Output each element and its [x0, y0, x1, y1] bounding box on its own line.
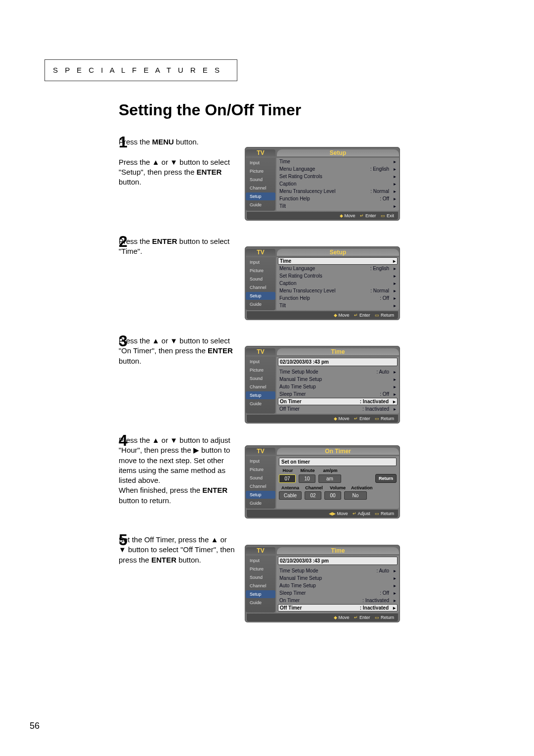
menu-row-label: Time: [279, 159, 387, 164]
footer-hint: ▭ Return: [375, 511, 394, 516]
menu-row[interactable]: Tilt▸: [276, 202, 399, 210]
menu-row[interactable]: Manual Time Setup▸: [276, 376, 399, 383]
menu-row[interactable]: Set Rating Controls▸: [276, 272, 399, 280]
col-label: am/pm: [319, 468, 341, 473]
tv-osd: TVSetupInputPictureSoundChannelSetupGuid…: [245, 147, 400, 221]
sidebar-item-picture[interactable]: Picture: [246, 267, 275, 275]
osd-main: Time▸Menu Language: English▸Set Rating C…: [276, 158, 399, 211]
sidebar-item-channel[interactable]: Channel: [246, 184, 275, 192]
sidebar-item-picture[interactable]: Picture: [246, 366, 275, 374]
sidebar-item-sound[interactable]: Sound: [246, 375, 275, 382]
sidebar-item-guide[interactable]: Guide: [246, 201, 275, 209]
menu-row[interactable]: Off Timer: Inactivated▸: [278, 604, 398, 612]
return-button[interactable]: Return: [375, 474, 397, 483]
sidebar-item-sound[interactable]: Sound: [246, 474, 275, 482]
page-title: Setting the On/Off Timer: [44, 101, 490, 119]
menu-row[interactable]: Function Help: Off▸: [276, 294, 399, 302]
menu-row[interactable]: Time Setup Mode: Auto▸: [276, 567, 399, 574]
menu-row[interactable]: Caption▸: [276, 280, 399, 287]
menu-row[interactable]: Caption▸: [276, 180, 399, 188]
sidebar-item-picture[interactable]: Picture: [246, 565, 275, 573]
osd-tv-label: TV: [246, 547, 275, 554]
step-1: 1Press the MENU button.Press the ▲ or ▼ …: [44, 137, 490, 219]
sidebar-item-setup[interactable]: Setup: [246, 192, 275, 200]
menu-row-label: Tilt: [279, 203, 387, 209]
menu-row[interactable]: Auto Time Setup▸: [276, 582, 399, 589]
ontimer-field[interactable]: 02: [305, 491, 321, 500]
sidebar-item-input[interactable]: Input: [246, 457, 275, 465]
menu-row[interactable]: Auto Time Setup▸: [276, 383, 399, 390]
osd-footer: ◆ Move↵ Enter▭ Exit: [247, 212, 398, 220]
ontimer-field[interactable]: No: [344, 491, 367, 500]
menu-row[interactable]: Time▸: [276, 158, 399, 165]
menu-row-label: Time: [280, 258, 387, 264]
sidebar-item-setup[interactable]: Setup: [246, 391, 275, 399]
menu-row[interactable]: Menu Translucency Level: Normal▸: [276, 188, 399, 195]
sidebar-item-channel[interactable]: Channel: [246, 582, 275, 590]
menu-row[interactable]: Menu Language: English▸: [276, 165, 399, 173]
sidebar-item-setup[interactable]: Setup: [246, 590, 275, 598]
sidebar-item-input[interactable]: Input: [246, 358, 275, 366]
step-instruction: Press the ▲ or ▼ button to adjust "Hour"…: [119, 435, 235, 506]
menu-row-label: Menu Language: [279, 266, 368, 271]
menu-row[interactable]: Time▸: [278, 257, 398, 265]
ontimer-field[interactable]: am: [318, 474, 341, 483]
menu-row[interactable]: Off Timer: Inactivated▸: [276, 405, 399, 413]
sidebar-item-guide[interactable]: Guide: [246, 599, 275, 607]
osd-sidebar: InputPictureSoundChannelSetupGuide: [246, 158, 275, 211]
sidebar-item-guide[interactable]: Guide: [246, 400, 275, 408]
menu-row[interactable]: Menu Language: English▸: [276, 265, 399, 272]
step-instruction: Press the ▲ or ▼ button to select "On Ti…: [119, 336, 235, 366]
menu-row-label: Menu Translucency Level: [279, 189, 368, 194]
ontimer-field[interactable]: Cable: [279, 491, 302, 500]
osd-header: TVTime: [246, 347, 399, 357]
sidebar-item-guide[interactable]: Guide: [246, 499, 275, 507]
sidebar-item-sound[interactable]: Sound: [246, 275, 275, 283]
sidebar-item-setup[interactable]: Setup: [246, 491, 275, 499]
menu-row[interactable]: On Timer: Inactivated▸: [278, 398, 398, 405]
sidebar-item-sound[interactable]: Sound: [246, 573, 275, 581]
menu-row-value: : Inactivated: [358, 399, 391, 404]
sidebar-item-channel[interactable]: Channel: [246, 482, 275, 490]
menu-row-value: : Off: [378, 295, 391, 301]
menu-row[interactable]: Sleep Timer: Off▸: [276, 390, 399, 398]
sidebar-item-picture[interactable]: Picture: [246, 167, 275, 175]
osd-tv-label: TV: [246, 149, 275, 156]
section-header-text: S P E C I A L F E A T U R E S: [53, 66, 222, 74]
osd-main: 02/10/2003/03 :43 pmTime Setup Mode: Aut…: [276, 556, 399, 613]
chevron-right-icon: ▸: [391, 174, 396, 179]
step-number: 4: [119, 431, 128, 450]
sidebar-item-guide[interactable]: Guide: [246, 300, 275, 308]
menu-row[interactable]: Set Rating Controls▸: [276, 173, 399, 180]
menu-row[interactable]: Function Help: Off▸: [276, 195, 399, 202]
menu-row[interactable]: Tilt▸: [276, 302, 399, 309]
ontimer-field[interactable]: 10: [299, 474, 315, 483]
ontimer-field[interactable]: 00: [324, 491, 341, 500]
osd-title: On Timer: [277, 448, 399, 455]
footer-hint: ◀▶ Move: [329, 511, 348, 516]
sidebar-item-picture[interactable]: Picture: [246, 466, 275, 473]
osd-header: TVSetup: [246, 148, 399, 158]
menu-row[interactable]: Sleep Timer: Off▸: [276, 589, 399, 597]
sidebar-item-input[interactable]: Input: [246, 557, 275, 565]
menu-row-label: Off Timer: [279, 406, 360, 412]
sidebar-item-channel[interactable]: Channel: [246, 284, 275, 291]
sidebar-item-channel[interactable]: Channel: [246, 383, 275, 391]
sidebar-item-sound[interactable]: Sound: [246, 176, 275, 184]
chevron-right-icon: ▸: [391, 166, 396, 172]
chevron-right-icon: ▸: [391, 377, 396, 382]
sidebar-item-setup[interactable]: Setup: [246, 292, 275, 300]
chevron-right-icon: ▸: [391, 568, 396, 573]
sidebar-item-input[interactable]: Input: [246, 258, 275, 266]
sidebar-item-input[interactable]: Input: [246, 159, 275, 167]
step-number: 1: [119, 133, 128, 151]
menu-row-value: : Inactivated: [360, 598, 391, 603]
menu-row[interactable]: On Timer: Inactivated▸: [276, 597, 399, 604]
menu-row[interactable]: Time Setup Mode: Auto▸: [276, 368, 399, 376]
chevron-right-icon: ▸: [391, 384, 396, 389]
menu-row[interactable]: Manual Time Setup▸: [276, 574, 399, 582]
menu-row[interactable]: Menu Translucency Level: Normal▸: [276, 287, 399, 294]
ontimer-field[interactable]: 07: [279, 474, 296, 483]
footer-hint: ↵ Enter: [354, 416, 370, 421]
col-label: Minute: [299, 468, 316, 473]
